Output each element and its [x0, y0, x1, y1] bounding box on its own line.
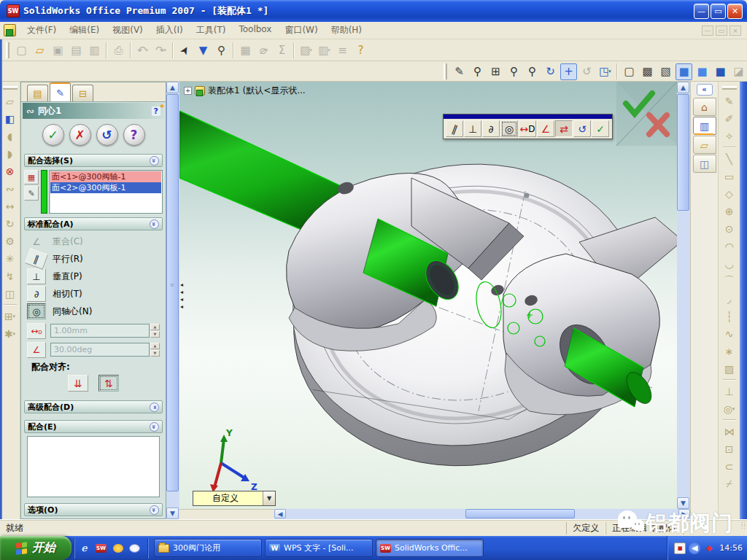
- scrollbar-thumb[interactable]: [677, 94, 689, 211]
- tab-featuremanager[interactable]: ▤: [27, 85, 48, 101]
- magnified-selection-button[interactable]: ⚲: [213, 42, 230, 58]
- distance-mate-icon[interactable]: ↔D: [27, 323, 46, 339]
- status-cell[interactable]: 欠定义: [566, 522, 605, 534]
- redo-button[interactable]: ↷▾: [152, 42, 169, 58]
- undo-button[interactable]: ↶▾: [134, 42, 151, 58]
- ctx-perpendicular-button[interactable]: ⊥: [464, 120, 481, 137]
- section-advanced-mates[interactable]: 高级配合(D) »: [24, 400, 163, 413]
- insert-component-button[interactable]: ◧: [1, 110, 19, 127]
- rotate-component-button[interactable]: ↻: [1, 215, 19, 232]
- toolbar-grip[interactable]: [6, 42, 9, 58]
- scrollbar-thumb[interactable]: ≡: [166, 94, 179, 491]
- zoom-in-out-button[interactable]: ⚲: [506, 63, 522, 80]
- selection-filter-button[interactable]: ▼: [195, 42, 212, 58]
- task-pane-button-dropdown[interactable]: ▾: [328, 47, 330, 53]
- change-transparency-button[interactable]: ◗: [1, 145, 19, 162]
- polygon-button[interactable]: ◇: [721, 185, 738, 202]
- taskbar-window-solidworks[interactable]: SolidWorks Offic...: [376, 539, 484, 557]
- section-standard-mates[interactable]: 标准配合(A) »: [24, 217, 163, 230]
- ctx-angle-button[interactable]: ∠: [537, 120, 554, 137]
- ctx-parallel-button[interactable]: ∥: [446, 120, 463, 137]
- collapse-chevron-icon[interactable]: »: [150, 156, 159, 166]
- explode-line-sketch-button[interactable]: ↯: [1, 268, 19, 284]
- menu-toolbox[interactable]: Toolbox: [232, 22, 278, 39]
- perpendicular-mate[interactable]: ⊥垂直(P): [27, 268, 160, 285]
- shadows-in-shaded-button[interactable]: ■: [712, 63, 729, 80]
- toolbar-grip[interactable]: [722, 86, 737, 90]
- quicklaunch-thunder[interactable]: [112, 540, 127, 556]
- mate-button[interactable]: ∾: [1, 180, 19, 197]
- help-button[interactable]: ?: [352, 42, 369, 58]
- anti-aligned-button[interactable]: ⇅: [98, 375, 119, 392]
- help-icon[interactable]: ?: [152, 106, 160, 116]
- section-options[interactable]: 选项(O) »: [24, 503, 163, 516]
- grid-button[interactable]: ▦: [237, 42, 254, 58]
- restore-button[interactable]: ▭: [711, 4, 726, 19]
- shaded-button[interactable]: ■: [694, 63, 711, 80]
- distance-spinner[interactable]: ▲▼: [150, 324, 160, 338]
- rotate-view-button[interactable]: ↻: [542, 63, 559, 80]
- graphics-viewport[interactable]: Y Z X + 装配体1 (默认<显示状... ∥⊥∂◎↔D∠⇄↺✓ ◂◂◂◂ …: [179, 82, 677, 509]
- hidden-lines-removed-button[interactable]: ▧: [657, 63, 674, 80]
- sketch-fillet-button[interactable]: ◞: [721, 290, 738, 307]
- interference-detection-button[interactable]: ◫: [1, 285, 19, 302]
- angle-mate-icon[interactable]: ∠: [27, 342, 46, 358]
- ctx-undo-button[interactable]: ↺: [573, 120, 591, 137]
- menu-file[interactable]: 文件(F): [20, 22, 63, 39]
- undo-button[interactable]: ↺: [96, 124, 118, 146]
- ctx-tangent-button[interactable]: ∂: [482, 120, 500, 137]
- undo-button-dropdown[interactable]: ▾: [146, 47, 149, 53]
- save-button[interactable]: ▣: [50, 42, 66, 58]
- angle-spinner[interactable]: ▲▼: [150, 343, 160, 357]
- 3d-sketch-button[interactable]: ✐: [721, 110, 738, 127]
- make-drawing-button[interactable]: ▤: [68, 42, 85, 58]
- tab-view-palette[interactable]: ◫: [693, 155, 716, 173]
- selection-item[interactable]: 面<2>@300阀板-1: [50, 182, 161, 193]
- menu-tools[interactable]: 工具(T): [190, 22, 233, 39]
- tray-security-icon[interactable]: ◆: [703, 542, 715, 554]
- sketch-button[interactable]: ✎: [721, 93, 738, 109]
- start-button[interactable]: 开始: [0, 536, 71, 560]
- spline-button[interactable]: ∿: [721, 325, 738, 342]
- tab-solidworks-resources[interactable]: ⌂: [693, 98, 716, 116]
- concentric-mate[interactable]: ◎同轴心(N): [27, 303, 160, 320]
- task-pane-collapse-button[interactable]: «: [697, 84, 713, 96]
- tangent-arc-button[interactable]: ◡: [721, 255, 738, 272]
- mate-selection-filter-button[interactable]: ✎: [24, 186, 39, 201]
- measure-button-dropdown[interactable]: ▾: [266, 47, 268, 53]
- quicklaunch-ie[interactable]: [79, 540, 93, 556]
- assembly-features-button[interactable]: ⊞▾: [1, 308, 19, 324]
- taskbar-window-folder[interactable]: 300阀门论用: [154, 539, 262, 557]
- scroll-up-button[interactable]: ▲: [677, 82, 689, 93]
- point-button[interactable]: ∗: [721, 343, 738, 359]
- tangent-mate[interactable]: ∂相切(T): [27, 285, 160, 303]
- selection-item[interactable]: 面<1>@300阀轴-1: [50, 171, 161, 182]
- scroll-down-button[interactable]: ▼: [166, 508, 179, 519]
- tab-configurationmanager[interactable]: ⊟: [72, 85, 93, 101]
- multiple-mate-mode-button[interactable]: ▦: [24, 170, 39, 184]
- scroll-down-button[interactable]: ▼: [677, 497, 689, 509]
- collapse-chevron-icon[interactable]: »: [150, 422, 159, 432]
- centerpoint-arc-button[interactable]: ◠: [721, 238, 738, 254]
- rotate-about-scene-floor-button[interactable]: ↺: [578, 63, 595, 80]
- tab-propertymanager[interactable]: ✎: [50, 82, 71, 101]
- viewport-horizontal-scrollbar[interactable]: ◀ ▶: [274, 509, 690, 519]
- mdi-minimize[interactable]: —: [702, 26, 713, 36]
- exploded-view-button[interactable]: ✳: [1, 250, 19, 267]
- combo-dropdown-icon[interactable]: ▼: [263, 491, 275, 505]
- measure-button[interactable]: ⌀▾: [255, 42, 272, 58]
- menu-insert[interactable]: 插入(I): [150, 22, 190, 39]
- scrollbar-thumb[interactable]: [465, 509, 575, 518]
- edit-component-button[interactable]: ▱: [1, 93, 19, 109]
- panel-splitter-arrows[interactable]: ◂◂◂◂: [180, 281, 187, 311]
- mass-properties-button[interactable]: Σ: [274, 42, 290, 58]
- menu-window[interactable]: 窗口(W): [278, 22, 324, 39]
- wireframe-button[interactable]: ▢: [621, 63, 638, 80]
- reference-geometry-button-dropdown[interactable]: ▾: [13, 331, 16, 337]
- new-button[interactable]: ▢: [13, 42, 30, 58]
- expand-chevron-icon[interactable]: »: [150, 402, 159, 412]
- standard-views-button[interactable]: ◳▾: [597, 63, 614, 80]
- taskbar-clock[interactable]: 14:56: [718, 543, 743, 553]
- taskbar-window-wps[interactable]: WPS 文字 - [Soli...: [265, 539, 373, 557]
- reference-geometry-button[interactable]: ✱▾: [1, 325, 19, 342]
